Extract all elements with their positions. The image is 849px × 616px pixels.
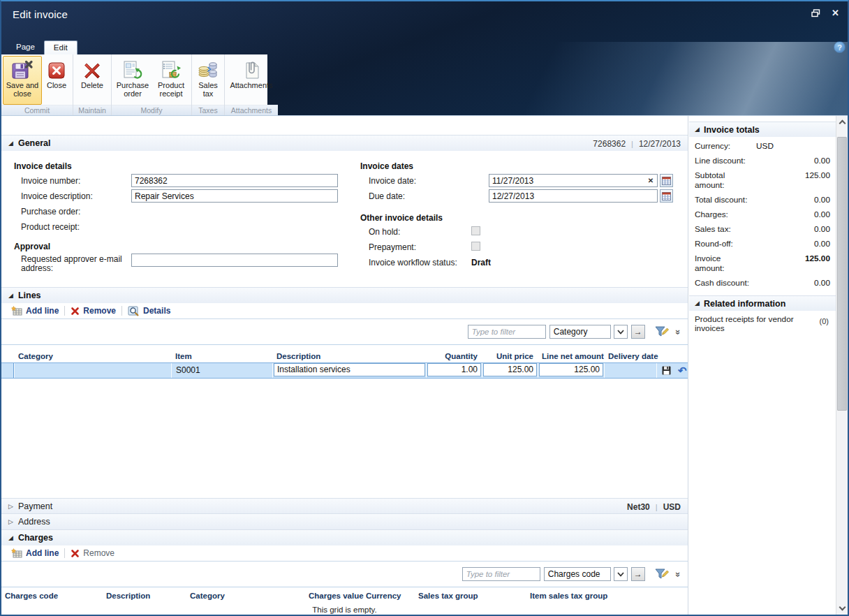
col-charges-currency[interactable]: Currency <box>362 592 415 600</box>
window-title: Edit invoice <box>13 8 68 20</box>
col-sales-tax-group[interactable]: Sales tax group <box>415 592 526 600</box>
due-date-field[interactable] <box>489 189 658 203</box>
scroll-up-arrow-icon[interactable] <box>836 116 848 128</box>
cell-description[interactable]: Installation services <box>274 363 425 376</box>
apply-filter-button[interactable]: → <box>631 325 645 339</box>
lines-grid-row[interactable]: S0001 Installation services 1.00 125.00 … <box>1 362 688 379</box>
scrollbar-thumb[interactable] <box>837 137 847 411</box>
section-lines-header[interactable]: ◢ Lines <box>1 287 688 303</box>
col-line-net-amount[interactable]: Line net amount <box>538 352 604 360</box>
tab-page[interactable]: Page <box>7 41 44 54</box>
cell-quantity[interactable]: 1.00 <box>427 363 481 376</box>
close-window-icon[interactable]: ✕ <box>832 8 839 17</box>
save-and-close-button[interactable]: Save and close <box>3 56 42 105</box>
invoice-totals-header[interactable]: ◢ Invoice totals <box>689 122 836 137</box>
section-general-header[interactable]: ◢ General 7268362 | 12/27/2013 <box>1 135 688 151</box>
col-category[interactable]: Category <box>14 352 171 360</box>
invoice-description-field[interactable] <box>131 189 338 203</box>
filter-funnel-icon[interactable] <box>654 568 670 580</box>
col-item-sales-tax-group[interactable]: Item sales tax group <box>526 592 688 600</box>
filter-funnel-icon[interactable] <box>654 325 670 338</box>
help-icon[interactable]: ? <box>834 41 846 53</box>
invoice-date-calendar-icon[interactable] <box>660 174 673 187</box>
vertical-scrollbar[interactable] <box>836 116 848 615</box>
purchase-order-button[interactable]: Purchase order <box>113 56 152 105</box>
collapse-triangle-icon: ◢ <box>8 293 13 299</box>
on-hold-checkbox[interactable] <box>471 226 480 235</box>
charges-add-line-button[interactable]: Add line <box>6 548 64 559</box>
col-charges-category[interactable]: Category <box>186 592 305 600</box>
expand-filter-icon[interactable]: » <box>673 329 684 334</box>
save-row-icon[interactable] <box>661 365 672 376</box>
undo-row-icon[interactable]: ↶ <box>678 365 687 376</box>
cell-item[interactable]: S0001 <box>171 363 272 378</box>
add-line-icon <box>11 306 22 316</box>
due-date-calendar-icon[interactable] <box>660 189 673 203</box>
approver-field[interactable] <box>131 254 338 267</box>
col-delivery-date[interactable]: Delivery date <box>604 352 656 360</box>
ribbon-group-label-modify: Modify <box>112 105 191 115</box>
row-selector[interactable] <box>1 363 14 378</box>
related-item-product-receipts[interactable]: Product receipts for vendor invoices (0) <box>695 315 833 333</box>
approver-label: Requested approver e-mail address: <box>21 255 126 273</box>
collapse-triangle-icon: ◢ <box>695 126 700 133</box>
lines-filter-bar: Category → » <box>468 324 681 339</box>
col-charges-code[interactable]: Charges code <box>1 592 103 600</box>
col-unit-price[interactable]: Unit price <box>482 352 538 360</box>
cell-category[interactable] <box>14 363 171 378</box>
lines-remove-button[interactable]: Remove <box>65 306 121 316</box>
prepayment-checkbox[interactable] <box>471 242 480 251</box>
related-item-label[interactable]: Product receipts for vendor invoices <box>695 315 801 333</box>
section-charges-header[interactable]: ◢ Charges <box>1 529 688 545</box>
col-quantity[interactable]: Quantity <box>426 352 482 360</box>
cell-line-net-amount[interactable]: 125.00 <box>539 363 603 376</box>
clear-date-icon[interactable]: ✕ <box>647 177 655 184</box>
col-item[interactable]: Item <box>171 352 272 360</box>
close-button-label: Close <box>47 82 66 90</box>
related-information-header[interactable]: ◢ Related information <box>689 295 836 311</box>
lines-add-line-label: Add line <box>26 306 59 316</box>
totals-row-sales-tax: Sales tax: 0.00 <box>695 224 833 234</box>
section-address-header[interactable]: ▷ Address <box>1 513 688 529</box>
close-button[interactable]: Close <box>42 56 71 105</box>
purchase-order-icon <box>121 59 144 82</box>
attachments-button[interactable]: Attachments <box>226 56 276 105</box>
col-charges-value[interactable]: Charges value <box>305 592 362 600</box>
cell-delivery-date[interactable] <box>604 363 656 378</box>
payment-currency: USD <box>663 502 681 512</box>
save-and-close-icon <box>11 59 34 82</box>
ribbon-tabs: Page Edit <box>7 41 77 54</box>
expand-filter-icon[interactable]: » <box>673 571 684 576</box>
cell-unit-price[interactable]: 125.00 <box>483 363 537 376</box>
lines-filter-field-select[interactable]: Category <box>549 325 611 339</box>
collapse-triangle-icon: ◢ <box>8 140 13 147</box>
chevron-down-icon[interactable] <box>614 325 628 339</box>
lines-filter-input[interactable] <box>468 325 546 339</box>
lines-details-button[interactable]: Details <box>122 306 176 316</box>
delete-button[interactable]: Delete <box>75 56 110 105</box>
tab-edit[interactable]: Edit <box>44 41 77 54</box>
totals-row-charges: Charges: 0.00 <box>695 210 833 219</box>
sales-tax-button[interactable]: Sales tax <box>193 56 223 105</box>
ribbon-group-modify: Purchase order <box>112 54 192 115</box>
lines-details-label: Details <box>143 306 170 316</box>
charges-remove-button[interactable]: Remove <box>65 548 120 558</box>
charges-filter-input[interactable] <box>462 567 540 581</box>
chevron-down-icon[interactable] <box>614 567 628 581</box>
scroll-down-arrow-icon[interactable] <box>836 603 848 615</box>
divider <box>1 587 688 587</box>
invoice-number-field[interactable] <box>131 174 338 187</box>
col-description[interactable]: Description <box>272 352 426 360</box>
product-receipt-button[interactable]: Product receipt <box>152 56 190 105</box>
attachments-icon <box>241 59 262 82</box>
invoice-totals-list: Currency: USD Line discount: 0.00 Subtot… <box>695 141 833 293</box>
invoice-totals-title: Invoice totals <box>704 125 760 135</box>
restore-window-icon[interactable] <box>811 9 820 17</box>
invoice-date-field[interactable] <box>489 174 658 187</box>
section-payment-header[interactable]: ▷ Payment Net30 | USD <box>1 498 688 514</box>
charges-filter-field-select[interactable]: Charges code <box>544 567 611 581</box>
due-date-label: Due date: <box>369 191 405 201</box>
col-charges-description[interactable]: Description <box>103 592 186 600</box>
apply-filter-button[interactable]: → <box>631 567 645 581</box>
lines-add-line-button[interactable]: Add line <box>6 306 64 316</box>
